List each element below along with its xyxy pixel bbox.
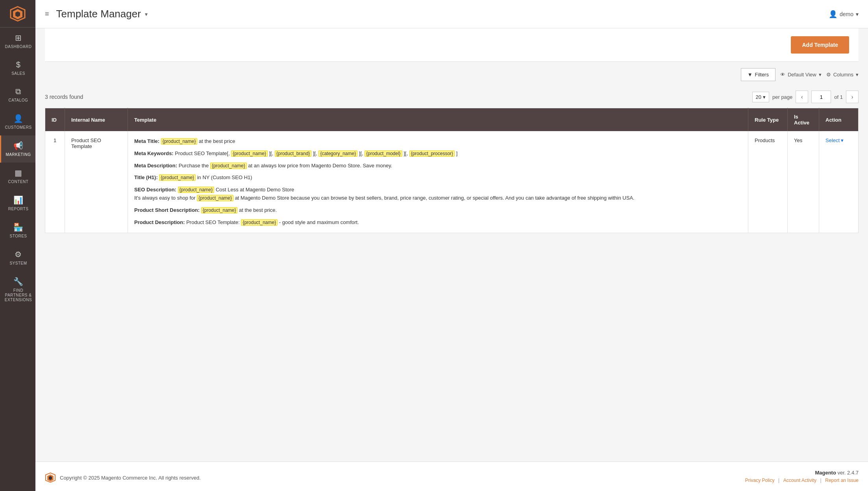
page-input[interactable] bbox=[811, 91, 831, 103]
toolbar: Add Template bbox=[45, 28, 859, 62]
eye-icon: 👁 bbox=[780, 72, 785, 78]
col-rule-type: Rule Type bbox=[748, 108, 788, 132]
svg-marker-5 bbox=[49, 476, 52, 480]
page-total: of 1 bbox=[834, 94, 843, 100]
cell-template: Meta Title: {product_name} at the best p… bbox=[128, 131, 748, 233]
privacy-policy-link[interactable]: Privacy Policy bbox=[745, 478, 775, 483]
data-table: ID Internal Name Template Rule Type Is A… bbox=[45, 108, 859, 233]
template-field: SEO Description: {product_name} Cost Les… bbox=[134, 186, 742, 202]
template-tag: {product_name} bbox=[210, 163, 247, 169]
field-label: Title (H1): bbox=[134, 174, 158, 180]
page-header: ≡ Template Manager ▾ 👤 demo ▾ bbox=[35, 0, 868, 28]
cell-id: 1 bbox=[45, 131, 65, 233]
sidebar-item-dashboard[interactable]: ⊞ DASHBOARD bbox=[0, 28, 35, 55]
account-activity-link[interactable]: Account Activity bbox=[783, 478, 816, 483]
sales-icon: $ bbox=[16, 60, 21, 69]
title-dropdown-arrow[interactable]: ▾ bbox=[145, 11, 148, 17]
select-action-button[interactable]: Select ▾ bbox=[825, 137, 852, 143]
sidebar-item-label: FIND PARTNERS & EXTENSIONS bbox=[4, 288, 32, 302]
filters-label: Filters bbox=[755, 72, 769, 78]
records-found: 3 records found bbox=[45, 94, 83, 100]
sidebar-item-customers[interactable]: 👤 CUSTOMERS bbox=[0, 108, 35, 135]
field-label: Meta Keywords: bbox=[134, 150, 174, 156]
footer-separator-1: | bbox=[778, 478, 779, 483]
col-action: Action bbox=[819, 108, 859, 132]
footer-copyright: Copyright © 2025 Magento Commerce Inc. A… bbox=[60, 475, 201, 481]
footer-logo-icon bbox=[45, 472, 56, 483]
sidebar-item-reports[interactable]: 📊 REPORTS bbox=[0, 190, 35, 217]
view-label: Default View bbox=[788, 72, 816, 78]
cell-internal-name: Product SEO Template bbox=[65, 131, 128, 233]
per-page-arrow: ▾ bbox=[763, 94, 766, 100]
table-header-row: ID Internal Name Template Rule Type Is A… bbox=[45, 108, 859, 132]
report-issue-link[interactable]: Report an Issue bbox=[825, 478, 859, 483]
sidebar-item-label: SALES bbox=[11, 71, 25, 76]
columns-icon: ⚙ bbox=[826, 72, 831, 78]
sidebar-item-stores[interactable]: 🏪 STORES bbox=[0, 217, 35, 244]
main-content: ≡ Template Manager ▾ 👤 demo ▾ Add Templa… bbox=[35, 0, 868, 491]
next-page-button[interactable]: › bbox=[846, 91, 859, 103]
template-tag: {product_name} bbox=[201, 207, 238, 213]
customers-icon: 👤 bbox=[13, 114, 24, 123]
template-tag: {product_name} bbox=[161, 138, 198, 145]
sidebar-item-label: STORES bbox=[10, 234, 27, 239]
footer-separator-2: | bbox=[820, 478, 822, 483]
col-internal-name: Internal Name bbox=[65, 108, 128, 132]
system-icon: ⚙ bbox=[15, 250, 22, 259]
user-icon: 👤 bbox=[829, 10, 837, 19]
cell-action: Select ▾ bbox=[819, 131, 859, 233]
field-label: Product Short Description: bbox=[134, 207, 200, 213]
sidebar-item-label: CATALOG bbox=[9, 98, 28, 103]
cell-rule-type: Products bbox=[748, 131, 788, 233]
sidebar-item-find-partners[interactable]: 🔧 FIND PARTNERS & EXTENSIONS bbox=[0, 271, 35, 308]
hamburger-button[interactable]: ≡ bbox=[45, 10, 49, 18]
filters-button[interactable]: ▼ Filters bbox=[741, 68, 775, 81]
user-menu[interactable]: 👤 demo ▾ bbox=[829, 10, 859, 19]
columns-dropdown-arrow: ▾ bbox=[856, 72, 859, 78]
view-selector[interactable]: 👁 Default View ▾ bbox=[780, 72, 822, 78]
select-arrow-icon: ▾ bbox=[841, 137, 844, 143]
stores-icon: 🏪 bbox=[13, 222, 24, 232]
per-page-value: 20 bbox=[756, 94, 761, 100]
columns-label: Columns bbox=[833, 72, 853, 78]
sidebar-item-label: CONTENT bbox=[8, 180, 29, 184]
template-field: Product Description: Product SEO Templat… bbox=[134, 219, 742, 227]
col-is-active: Is Active bbox=[788, 108, 819, 132]
field-label: Product Description: bbox=[134, 219, 185, 225]
footer-links: Privacy Policy | Account Activity | Repo… bbox=[745, 477, 859, 483]
marketing-icon: 📢 bbox=[13, 141, 24, 150]
pagination: 20 ▾ per page ‹ of 1 › bbox=[752, 91, 859, 103]
records-row: 3 records found 20 ▾ per page ‹ of 1 › bbox=[45, 87, 859, 108]
footer-left: Copyright © 2025 Magento Commerce Inc. A… bbox=[45, 472, 201, 483]
prev-page-button[interactable]: ‹ bbox=[796, 91, 808, 103]
find-partners-icon: 🔧 bbox=[13, 277, 24, 286]
template-tag: {product_model} bbox=[365, 150, 402, 157]
template-tag: {product_name} bbox=[241, 219, 278, 226]
content-icon: ▦ bbox=[15, 168, 22, 178]
template-tag: {product_name} bbox=[231, 150, 268, 157]
template-tag: {product_name} bbox=[159, 174, 196, 181]
field-label: Meta Description: bbox=[134, 163, 177, 169]
sidebar-logo bbox=[0, 0, 35, 28]
columns-selector[interactable]: ⚙ Columns ▾ bbox=[826, 72, 859, 78]
footer-right: Magento ver. 2.4.7 Privacy Policy | Acco… bbox=[745, 470, 859, 483]
sidebar-item-system[interactable]: ⚙ SYSTEM bbox=[0, 244, 35, 271]
add-template-button[interactable]: Add Template bbox=[791, 36, 849, 54]
footer-version-number: ver. 2.4.7 bbox=[838, 470, 859, 476]
sidebar-item-marketing[interactable]: 📢 MARKETING bbox=[0, 135, 35, 163]
template-field: Title (H1): {product_name} in NY (Custom… bbox=[134, 174, 742, 182]
sidebar-item-catalog[interactable]: ⧉ CATALOG bbox=[0, 82, 35, 108]
reports-icon: 📊 bbox=[13, 195, 24, 205]
sidebar-item-content[interactable]: ▦ CONTENT bbox=[0, 163, 35, 190]
template-field: Meta Title: {product_name} at the best p… bbox=[134, 137, 742, 146]
per-page-select[interactable]: 20 ▾ bbox=[752, 92, 769, 102]
sidebar-item-label: CUSTOMERS bbox=[5, 125, 31, 130]
template-field: Product Short Description: {product_name… bbox=[134, 206, 742, 215]
header-left: ≡ Template Manager ▾ bbox=[45, 8, 148, 20]
content-area: Add Template ▼ Filters 👁 Default View ▾ … bbox=[35, 28, 868, 461]
template-field: Meta Keywords: Product SEO Template[, {p… bbox=[134, 150, 742, 158]
per-page-label: per page bbox=[772, 94, 792, 100]
sidebar-item-sales[interactable]: $ SALES bbox=[0, 55, 35, 82]
sidebar-item-label: MARKETING bbox=[6, 152, 31, 157]
filters-row: ▼ Filters 👁 Default View ▾ ⚙ Columns ▾ bbox=[45, 62, 859, 87]
